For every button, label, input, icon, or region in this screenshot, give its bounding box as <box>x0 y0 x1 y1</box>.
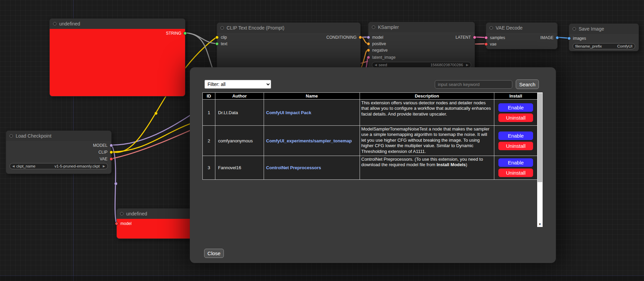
input-slot-vae[interactable]: vae <box>484 41 496 47</box>
output-dot-model[interactable] <box>110 144 113 147</box>
extension-row: 3 Fannovel16 ControlNet Preprocessors Co… <box>203 156 538 180</box>
node-body <box>50 29 185 96</box>
collapse-dot-icon[interactable] <box>10 134 13 138</box>
scrollbar-thumb[interactable] <box>538 93 542 182</box>
col-header-install: Install <box>494 93 538 100</box>
ext-id: 3 <box>203 156 215 180</box>
node-undefined-bottom[interactable]: undefined model <box>116 208 198 239</box>
node-load-checkpoint[interactable]: Load Checkpoint MODEL CLIP VAE ◀ ckpt_na… <box>6 130 112 174</box>
node-title: VAE Decode <box>496 25 523 31</box>
widget-value: ComfyUI <box>617 44 632 48</box>
input-slot-images[interactable]: images <box>567 35 586 41</box>
input-dot-vae[interactable] <box>484 42 488 46</box>
desc-bold: Install Models <box>436 162 466 167</box>
uninstall-button[interactable]: Uninstall <box>498 169 533 177</box>
output-slot-image[interactable]: IMAGE <box>540 35 559 41</box>
input-slot-samples[interactable]: samples <box>484 35 505 41</box>
arrow-right-icon[interactable]: ▶ <box>466 64 468 67</box>
collapse-dot-icon[interactable] <box>490 26 493 30</box>
input-dot-positive[interactable] <box>367 42 370 46</box>
extension-link[interactable]: ComfyUI_experiments/sampler_tonemap <box>266 138 352 143</box>
collapse-dot-icon[interactable] <box>120 212 123 215</box>
node-vae-decode[interactable]: VAE Decode samples vae IMAGE <box>486 22 558 49</box>
filter-select[interactable]: Filter: all <box>204 80 271 89</box>
node-header[interactable]: CLIP Text Encode (Prompt) <box>217 23 360 33</box>
node-header[interactable]: undefined <box>50 19 185 29</box>
slot-label: clip <box>221 35 227 40</box>
output-slot-vae[interactable]: VAE <box>100 156 113 162</box>
enable-button[interactable]: Enable <box>498 103 533 112</box>
scrollbar[interactable]: ▼ <box>537 92 543 227</box>
collapse-dot-icon[interactable] <box>372 25 375 29</box>
node-header[interactable]: Load Checkpoint <box>6 131 111 141</box>
node-title: undefined <box>126 211 147 216</box>
output-slot-conditioning[interactable]: CONDITIONING <box>326 34 362 40</box>
input-slot-model[interactable]: model <box>115 221 132 227</box>
uninstall-button[interactable]: Uninstall <box>498 142 533 150</box>
extension-link[interactable]: ControlNet Preprocessors <box>266 165 321 170</box>
arrow-left-icon[interactable]: ◀ <box>12 165 15 168</box>
search-input[interactable] <box>435 80 512 89</box>
scroll-down-icon[interactable]: ▼ <box>537 222 543 227</box>
arrow-right-icon[interactable]: ▶ <box>103 165 105 168</box>
close-button[interactable]: Close <box>204 249 224 258</box>
ext-author: comfyanonymous <box>215 126 264 156</box>
node-header[interactable]: VAE Decode <box>486 23 557 33</box>
input-dot-latent-image[interactable] <box>367 56 370 59</box>
enable-button[interactable]: Enable <box>498 158 533 167</box>
collapse-dot-icon[interactable] <box>53 22 56 25</box>
input-dot-negative[interactable] <box>367 49 370 52</box>
ckpt-name-widget[interactable]: ◀ ckpt_name v1-5-pruned-emaonly.ckpt ▶ <box>10 163 108 169</box>
node-undefined-top[interactable]: undefined STRING <box>49 18 185 96</box>
output-dot-image[interactable] <box>556 36 559 39</box>
collapse-dot-icon[interactable] <box>220 26 224 30</box>
arrow-left-icon[interactable]: ◀ <box>375 64 377 67</box>
input-slot-clip[interactable]: clip <box>215 34 227 40</box>
input-dot-text[interactable] <box>215 42 219 46</box>
input-slot-text[interactable]: text <box>215 41 227 47</box>
enable-button[interactable]: Enable <box>498 131 533 140</box>
input-dot-model[interactable] <box>367 36 370 39</box>
collapse-dot-icon[interactable] <box>573 27 576 31</box>
input-slot-model[interactable]: model <box>367 34 383 40</box>
node-save-image[interactable]: Save Image images filename_prefix ComfyU… <box>569 23 639 51</box>
desc-text: ModelSamplerTonemapNoiseTest a node that… <box>361 126 489 154</box>
filename-prefix-widget[interactable]: filename_prefix ComfyUI <box>573 43 635 49</box>
ext-author: Fannovel16 <box>215 156 264 180</box>
input-dot-clip[interactable] <box>215 36 219 39</box>
uninstall-button[interactable]: Uninstall <box>498 113 533 122</box>
widget-value: 156680208700286 <box>430 63 463 67</box>
node-canvas[interactable]: undefined STRING CLIP Text Encode (Promp… <box>0 0 644 281</box>
input-dot-images[interactable] <box>567 37 571 40</box>
output-dot-latent[interactable] <box>473 36 476 39</box>
search-button[interactable]: Search <box>516 80 539 89</box>
node-ksampler[interactable]: KSampler model positive negative latent_… <box>368 22 475 73</box>
output-dot-conditioning[interactable] <box>359 36 362 39</box>
input-slot-negative[interactable]: negative <box>367 47 387 53</box>
output-dot-clip[interactable] <box>110 151 113 154</box>
ext-description: This extension offers various detector n… <box>360 100 494 126</box>
node-header[interactable]: undefined <box>117 209 198 219</box>
slot-label: CONDITIONING <box>326 35 357 40</box>
output-dot-vae[interactable] <box>110 157 113 161</box>
slot-label: negative <box>372 48 387 53</box>
input-slot-latent-image[interactable]: latent_image <box>367 54 396 60</box>
node-title: KSampler <box>378 24 399 30</box>
output-slot-latent[interactable]: LATENT <box>456 34 476 40</box>
node-header[interactable]: Save Image <box>569 24 639 34</box>
input-slot-positive[interactable]: positive <box>367 41 386 47</box>
output-slot-clip[interactable]: CLIP <box>98 149 113 155</box>
output-slot-model[interactable]: MODEL <box>93 142 113 148</box>
canvas-edge <box>0 276 644 281</box>
col-header-description: Description <box>360 93 494 100</box>
input-dot-model[interactable] <box>115 222 118 225</box>
ext-description: ModelSamplerTonemapNoiseTest a node that… <box>360 126 494 156</box>
input-dot-samples[interactable] <box>484 36 488 39</box>
node-header[interactable]: KSampler <box>368 22 475 32</box>
output-slot-string[interactable]: STRING <box>166 30 187 36</box>
output-dot-string[interactable] <box>183 32 187 35</box>
desc-text: This extension offers various detector n… <box>361 100 491 117</box>
wire-string-to-text <box>185 33 217 43</box>
extension-link[interactable]: ComfyUI Impact Pack <box>266 110 311 115</box>
col-header-author: Author <box>215 93 264 100</box>
